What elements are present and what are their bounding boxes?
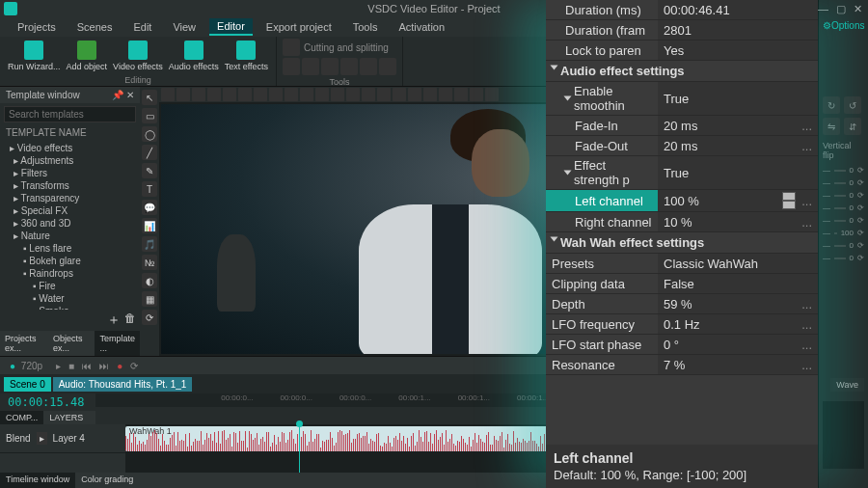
ellipsis-button[interactable]: ... bbox=[796, 317, 812, 332]
audio-clip-tab[interactable]: Audio: Thousand Hits, Pt. 1_1 bbox=[53, 377, 193, 392]
tooltip-tool-icon[interactable]: 💬 bbox=[142, 200, 157, 215]
prop-row[interactable]: PresetsClassic WahWah bbox=[546, 254, 818, 274]
pin-icon[interactable]: 📌 ✕ bbox=[112, 90, 134, 100]
ellipsis-button[interactable]: ... bbox=[796, 358, 812, 372]
prop-row[interactable]: LFO start phase0 °... bbox=[546, 335, 818, 355]
counter-tool-icon[interactable]: № bbox=[142, 255, 157, 270]
menu-scenes[interactable]: Scenes bbox=[69, 19, 121, 35]
slider[interactable] bbox=[834, 195, 846, 197]
prop-row[interactable]: Clipping dataFalse bbox=[546, 274, 818, 294]
tab-projects-ex[interactable]: Projects ex... bbox=[0, 331, 48, 356]
tree-item[interactable]: ▪ Raindrops bbox=[4, 267, 136, 280]
prop-row[interactable]: Left channel100 %... bbox=[546, 190, 818, 212]
chart-tool-icon[interactable]: 📊 bbox=[142, 218, 157, 233]
pv-btn[interactable] bbox=[315, 88, 329, 101]
prop-row[interactable]: Lock to parenYes bbox=[546, 41, 818, 61]
pv-btn[interactable] bbox=[238, 88, 252, 101]
ellipse-tool-icon[interactable]: ◯ bbox=[142, 126, 157, 142]
prop-row[interactable]: Enable smoothinTrue bbox=[546, 82, 818, 116]
track-row[interactable]: Blend ▸ Layer 4 bbox=[0, 424, 125, 453]
scene-tab[interactable]: Scene 0 bbox=[4, 377, 51, 392]
prop-row[interactable]: Depth59 %... bbox=[546, 294, 818, 314]
next-icon[interactable]: ⏭ bbox=[96, 361, 112, 371]
tab-objects-ex[interactable]: Objects ex... bbox=[48, 331, 95, 356]
ellipsis-button[interactable]: ... bbox=[796, 215, 812, 230]
tree-item[interactable]: ▪ Water bbox=[4, 292, 136, 305]
add-template-icon[interactable]: ＋ bbox=[107, 312, 121, 329]
prop-row[interactable]: Duration (fram2801 bbox=[546, 20, 818, 41]
prop-row[interactable]: Effect strength pTrue bbox=[546, 156, 818, 190]
tool-btn-2[interactable] bbox=[302, 58, 319, 75]
pv-btn[interactable] bbox=[346, 88, 360, 101]
slider[interactable] bbox=[834, 207, 846, 209]
pv-btn[interactable] bbox=[176, 88, 190, 101]
options-link[interactable]: ⚙Options bbox=[819, 18, 868, 33]
rotate-ccw-icon[interactable]: ↺ bbox=[844, 96, 861, 114]
text-effects-button[interactable]: Text effects bbox=[223, 39, 270, 73]
tree-item[interactable]: ▸ Special FX bbox=[4, 204, 136, 217]
mask-tool-icon[interactable]: ◐ bbox=[142, 273, 157, 288]
rec-icon[interactable]: ● bbox=[114, 361, 125, 371]
menu-activation[interactable]: Activation bbox=[391, 19, 452, 35]
pv-btn[interactable] bbox=[161, 88, 175, 101]
prop-section-header[interactable]: Wah Wah effect settings bbox=[546, 232, 818, 254]
wave-tab[interactable]: Wave bbox=[830, 378, 864, 392]
add-object-button[interactable]: Add object bbox=[65, 39, 110, 73]
prop-section-header[interactable]: Audio effect settings bbox=[546, 61, 818, 82]
pv-btn[interactable] bbox=[423, 88, 437, 101]
line-tool-icon[interactable]: ╱ bbox=[142, 145, 157, 160]
pv-btn[interactable] bbox=[485, 88, 499, 101]
ellipsis-button[interactable]: ... bbox=[796, 139, 812, 153]
tree-item[interactable]: ▪ Lens flare bbox=[4, 242, 136, 255]
tab-layers[interactable]: LAYERS bbox=[43, 411, 89, 424]
tool-btn-3[interactable] bbox=[321, 58, 339, 75]
template-search-input[interactable] bbox=[4, 106, 136, 122]
ellipsis-button[interactable]: ... bbox=[796, 338, 812, 352]
tree-item[interactable]: ▸ Transforms bbox=[4, 179, 136, 192]
playhead[interactable] bbox=[299, 424, 300, 473]
pv-btn[interactable] bbox=[285, 88, 298, 101]
ellipsis-button[interactable]: ... bbox=[796, 297, 812, 312]
minimize-icon[interactable]: — bbox=[818, 3, 828, 15]
pv-btn[interactable] bbox=[331, 88, 344, 101]
prop-row[interactable]: Right channel10 %... bbox=[546, 212, 818, 232]
cursor-tool-icon[interactable]: ↖ bbox=[142, 90, 157, 105]
slider[interactable] bbox=[834, 220, 846, 222]
tree-item[interactable]: ▸ 360 and 3D bbox=[4, 217, 136, 230]
tree-item[interactable]: ▸ Video effects bbox=[4, 142, 136, 154]
sprite-tool-icon[interactable]: ▦ bbox=[142, 291, 157, 307]
pv-btn[interactable] bbox=[454, 88, 468, 101]
pv-btn[interactable] bbox=[408, 88, 421, 101]
tab-template[interactable]: Template ... bbox=[95, 331, 140, 356]
maximize-icon[interactable]: ▢ bbox=[836, 3, 846, 15]
prop-row[interactable]: Resonance7 %... bbox=[546, 355, 818, 375]
tool-btn-5[interactable] bbox=[360, 58, 377, 75]
stop-icon[interactable]: ■ bbox=[66, 361, 77, 371]
tree-item[interactable]: ▪ Fire bbox=[4, 280, 136, 292]
pv-btn[interactable] bbox=[223, 88, 236, 101]
loop-icon[interactable]: ⟳ bbox=[127, 361, 141, 371]
tool-btn-4[interactable] bbox=[340, 58, 358, 75]
tree-item[interactable]: ▸ Adjustments bbox=[4, 154, 136, 167]
play-icon[interactable]: ▸ bbox=[53, 361, 64, 371]
menu-export[interactable]: Export project bbox=[258, 19, 339, 35]
pv-btn[interactable] bbox=[192, 88, 205, 101]
pv-btn[interactable] bbox=[470, 88, 483, 101]
pv-btn[interactable] bbox=[439, 88, 452, 101]
audio-tool-icon[interactable]: 🎵 bbox=[142, 236, 157, 252]
menu-editor[interactable]: Editor bbox=[209, 18, 253, 36]
pv-btn[interactable] bbox=[393, 88, 406, 101]
prop-row[interactable]: Fade-In20 ms... bbox=[546, 116, 818, 136]
tree-item[interactable]: ▸ Transparency bbox=[4, 192, 136, 204]
flip-v-icon[interactable]: ⇵ bbox=[844, 118, 861, 135]
tree-item[interactable]: ▸ Filters bbox=[4, 167, 136, 179]
pv-btn[interactable] bbox=[254, 88, 267, 101]
video-effects-button[interactable]: Video effects bbox=[111, 39, 165, 73]
ellipsis-button[interactable]: ... bbox=[796, 119, 812, 133]
run-wizard-button[interactable]: Run Wizard... bbox=[6, 39, 63, 73]
text-tool-icon[interactable]: T bbox=[142, 181, 157, 197]
flip-h-icon[interactable]: ⇋ bbox=[823, 118, 840, 135]
pv-btn[interactable] bbox=[377, 88, 391, 101]
ellipsis-button[interactable]: ... bbox=[796, 194, 812, 208]
pv-btn[interactable] bbox=[300, 88, 313, 101]
